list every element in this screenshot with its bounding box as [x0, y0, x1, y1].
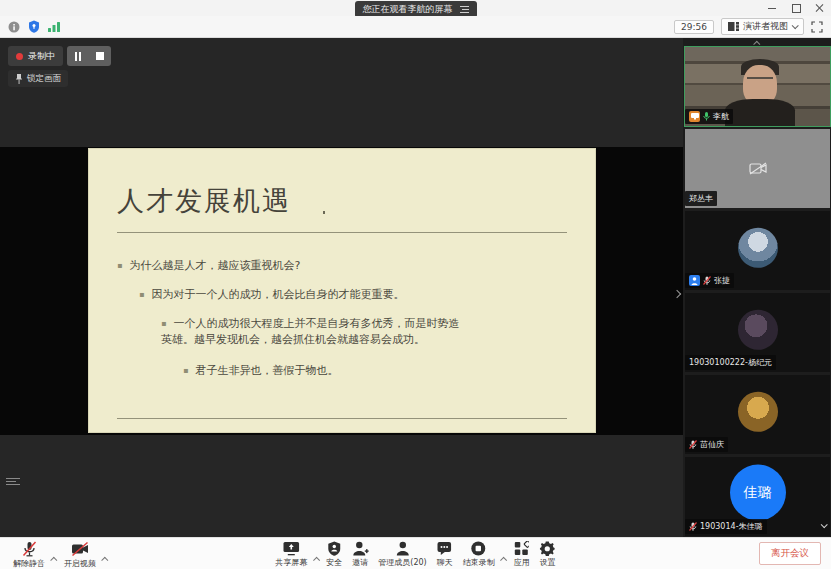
mic-muted-icon — [689, 522, 697, 531]
leave-meeting-button[interactable]: 离开会议 — [759, 542, 821, 565]
participant-tile[interactable]: 苗仙庆 — [685, 375, 830, 454]
close-button[interactable] — [815, 3, 825, 13]
participant-tile[interactable]: 张捷 — [685, 211, 830, 290]
recording-label: 录制中 — [28, 50, 55, 63]
stop-record-button[interactable]: 结束录制 — [460, 539, 498, 568]
fullscreen-button[interactable] — [811, 21, 823, 33]
start-video-button[interactable]: 开启视频 — [61, 539, 99, 569]
network-signal-icon[interactable] — [48, 21, 61, 32]
video-options-chevron[interactable] — [103, 547, 108, 566]
stop-recording-button[interactable] — [93, 49, 107, 63]
slide-bullet-3: 一个人的成功很大程度上并不是自身有多优秀，而是时势造英雄。越早发现机会，越会抓住… — [161, 316, 461, 348]
pin-view-label: 锁定画面 — [27, 73, 61, 85]
screen-sharing-badge-icon — [689, 111, 700, 122]
security-button[interactable]: 安全 — [323, 539, 345, 568]
slide-title: 人才发展机遇 — [117, 183, 567, 219]
manage-participants-button[interactable]: 管理成员(20) — [375, 539, 429, 568]
mic-on-icon — [703, 112, 710, 121]
share-options-chevron[interactable] — [314, 547, 319, 566]
view-mode-label: 演讲者视图 — [743, 20, 788, 33]
invite-person-icon — [352, 541, 368, 556]
slide-bullet-1: 为什么越是人才，越应该重视机会? — [117, 258, 567, 274]
mic-muted-icon — [703, 276, 711, 285]
unmute-label: 解除静音 — [13, 558, 45, 569]
mic-muted-icon — [689, 440, 697, 449]
slide-footer-rule — [117, 418, 567, 419]
banner-menu-icon[interactable] — [460, 6, 469, 13]
maximize-button[interactable] — [791, 3, 801, 13]
participant-name: 19030100222-杨纪元 — [689, 357, 772, 368]
presentation-slide: 人才发展机遇 为什么越是人才，越应该重视机会? 因为对于一个人的成功，机会比自身… — [88, 148, 596, 433]
meeting-info-icon[interactable] — [8, 21, 20, 33]
settings-gear-icon — [540, 541, 555, 556]
annotation-toolbar-icon[interactable] — [6, 478, 20, 490]
participant-tile[interactable]: 郑丛丰 — [685, 129, 830, 208]
speaker-view-icon — [728, 22, 739, 31]
minimize-button[interactable] — [767, 3, 777, 13]
bottom-toolbar: 解除静音 开启视频 共享屏幕 安全 邀请 管理成员(20) 聊天 — [0, 537, 831, 569]
apps-grid-icon — [514, 541, 529, 556]
chat-bubble-icon — [437, 541, 452, 556]
encryption-shield-icon[interactable] — [28, 20, 40, 33]
avatar — [738, 309, 778, 349]
apps-button[interactable]: 应用 — [511, 539, 533, 568]
content-area: 录制中 锁定画面 人才发展机遇 为什么越是人才，越应该重视机会? 因为对于一个人… — [0, 38, 831, 537]
view-mode-button[interactable]: 演讲者视图 — [721, 18, 804, 35]
invite-button[interactable]: 邀请 — [349, 539, 371, 568]
chevron-down-icon — [792, 22, 799, 29]
unmute-button[interactable]: 解除静音 — [10, 539, 48, 569]
share-screen-icon — [283, 541, 300, 556]
pin-view-button[interactable]: 锁定画面 — [8, 70, 68, 87]
shared-screen-stage: 录制中 锁定画面 人才发展机遇 为什么越是人才，越应该重视机会? 因为对于一个人… — [0, 38, 683, 537]
participant-name: 郑丛丰 — [689, 193, 713, 204]
participants-icon — [395, 541, 409, 556]
share-screen-button[interactable]: 共享屏幕 — [272, 539, 310, 568]
slide-title-rule — [117, 232, 567, 233]
stop-icon — [96, 52, 104, 60]
raised-hand-badge-icon — [689, 275, 700, 286]
expand-filmstrip-chevron[interactable] — [821, 513, 826, 532]
participant-name: 张捷 — [714, 275, 730, 286]
avatar — [738, 391, 778, 431]
participant-name: 1903014-朱佳璐 — [700, 521, 763, 532]
slide-bullet-4: 君子生非异也，善假于物也。 — [183, 363, 567, 379]
window-titlebar: 您正在观看李航的屏幕 — [0, 0, 831, 16]
filmstrip-collapse-button[interactable] — [685, 39, 830, 47]
settings-button[interactable]: 设置 — [537, 539, 559, 568]
participant-tile[interactable]: 李航 — [685, 47, 830, 126]
stop-record-icon — [471, 541, 486, 556]
avatar-initials: 佳璐 — [730, 464, 786, 520]
mic-off-icon — [22, 541, 37, 557]
chat-button[interactable]: 聊天 — [434, 539, 456, 568]
pin-icon — [15, 74, 23, 84]
pause-recording-button[interactable] — [71, 49, 85, 63]
slide-bullet-2: 因为对于一个人的成功，机会比自身的才能更重要。 — [139, 287, 567, 303]
camera-off-icon — [71, 541, 89, 557]
screenshare-viewport: 人才发展机遇 为什么越是人才，越应该重视机会? 因为对于一个人的成功，机会比自身… — [0, 147, 683, 435]
participant-name: 李航 — [713, 111, 729, 122]
security-shield-icon — [328, 541, 341, 556]
camera-off-icon — [749, 162, 767, 175]
start-video-label: 开启视频 — [64, 558, 96, 569]
mouse-cursor — [323, 211, 325, 214]
pause-icon — [75, 52, 81, 61]
collapse-sidebar-chevron[interactable] — [674, 282, 680, 301]
meeting-timer: 29:56 — [674, 20, 714, 34]
record-options-chevron[interactable] — [502, 547, 507, 566]
watching-banner-text: 您正在观看李航的屏幕 — [363, 3, 453, 16]
meeting-topbar: 29:56 演讲者视图 — [0, 16, 831, 38]
mic-options-chevron[interactable] — [52, 547, 57, 566]
participant-tile[interactable]: 19030100222-杨纪元 — [685, 293, 830, 372]
participant-tile[interactable]: 佳璐 1903014-朱佳璐 — [685, 457, 830, 536]
avatar — [738, 227, 778, 267]
recording-dot-icon — [16, 53, 23, 60]
participants-sidebar: 李航 郑丛丰 张捷 19030100222-杨纪元 — [683, 38, 831, 537]
participant-name: 苗仙庆 — [700, 439, 724, 450]
recording-indicator: 录制中 — [8, 46, 63, 66]
